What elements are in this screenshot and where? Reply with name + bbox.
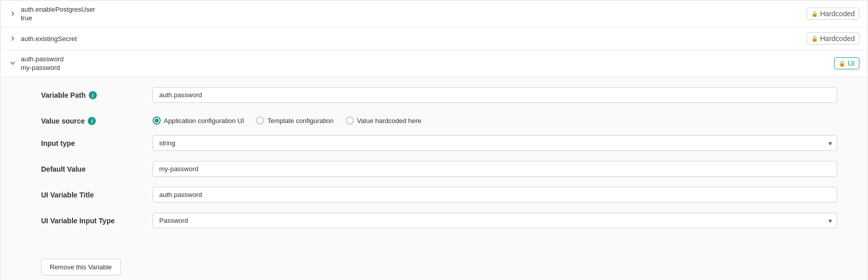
variable-name-group-3: auth.password my-password <box>21 55 64 71</box>
value-source-info-icon[interactable]: i <box>88 117 96 125</box>
detail-row-value-source: Value source i Application configuration… <box>41 113 837 125</box>
variable-detail-password: Variable Path i Value source i <box>1 76 867 249</box>
ui-variable-title-input[interactable] <box>153 187 837 203</box>
variable-row-header-existing-secret[interactable]: auth.existingSecret 🔒 Hardcoded <box>1 27 867 50</box>
radio-circle-template-config <box>256 116 264 125</box>
variable-path-input[interactable] <box>153 87 837 103</box>
input-type-field: string number boolean password <box>153 135 837 151</box>
lock-icon-2: 🔒 <box>811 35 818 42</box>
value-source-label: Value source i <box>41 113 153 125</box>
badge-label-3: UI <box>848 59 855 67</box>
detail-row-variable-path: Variable Path i <box>41 87 837 103</box>
detail-row-default-value: Default Value <box>41 161 837 177</box>
radio-circle-hardcoded <box>346 116 354 125</box>
detail-row-ui-variable-title: UI Variable Title <box>41 187 837 203</box>
radio-circle-app-config <box>153 116 161 125</box>
variable-row-existing-secret: auth.existingSecret 🔒 Hardcoded <box>1 27 867 50</box>
input-type-select-wrapper: string number boolean password <box>153 135 837 151</box>
variable-name-group-2: auth.existingSecret <box>21 35 77 43</box>
radio-label-template-config: Template configuration <box>267 117 334 125</box>
default-value-label: Default Value <box>41 161 153 173</box>
badge-label-1: Hardcoded <box>820 10 855 18</box>
ui-variable-title-field <box>153 187 837 203</box>
badge-label-2: Hardcoded <box>820 34 855 43</box>
radio-label-hardcoded: Value hardcoded here <box>357 117 421 125</box>
hardcoded-badge-2: 🔒 Hardcoded <box>807 32 860 45</box>
detail-row-input-type: Input type string number boolean passwor… <box>41 135 837 151</box>
ui-variable-input-type-select-wrapper: Password String Number Boolean <box>153 213 837 228</box>
radio-label-app-config: Application configuration UI <box>164 117 244 125</box>
variable-name-1: auth.enablePostgresUser <box>21 6 95 13</box>
radio-option-hardcoded[interactable]: Value hardcoded here <box>346 116 421 125</box>
variable-path-label: Variable Path i <box>41 87 153 99</box>
ui-variable-input-type-field: Password String Number Boolean <box>153 213 837 228</box>
radio-option-template-config[interactable]: Template configuration <box>256 116 334 125</box>
variable-row-header-enable-postgres-user[interactable]: auth.enablePostgresUser true 🔒 Hardcoded <box>1 1 867 27</box>
value-source-radio-group: Application configuration UI Template co… <box>153 113 837 125</box>
variable-name-group-1: auth.enablePostgresUser true <box>21 6 95 22</box>
variable-row-password: auth.password my-password 🔒 UI Variable … <box>1 50 867 280</box>
lock-icon-1: 🔒 <box>811 11 818 17</box>
variable-row-header-password[interactable]: auth.password my-password 🔒 UI <box>1 50 867 76</box>
ui-variable-input-type-label: UI Variable Input Type <box>41 213 153 225</box>
remove-variable-button[interactable]: Remove this Variable <box>41 259 121 275</box>
variable-name-3: auth.password <box>21 55 64 63</box>
input-type-select[interactable]: string number boolean password <box>153 135 837 151</box>
default-value-input[interactable] <box>153 161 837 177</box>
ui-variable-title-label: UI Variable Title <box>41 187 153 199</box>
chevron-down-icon-3 <box>9 59 17 67</box>
ui-variable-input-type-select[interactable]: Password String Number Boolean <box>153 213 837 228</box>
value-source-field: Application configuration UI Template co… <box>153 113 837 125</box>
chevron-right-icon-1 <box>9 10 17 18</box>
chevron-right-icon-2 <box>9 34 17 43</box>
ui-badge-3: 🔒 UI <box>834 57 859 69</box>
radio-option-app-config[interactable]: Application configuration UI <box>153 116 244 125</box>
variable-name-2: auth.existingSecret <box>21 35 77 43</box>
lock-icon-3: 🔒 <box>839 60 846 67</box>
variable-value-3: my-password <box>21 64 64 71</box>
remove-section: Remove this Variable <box>1 249 867 280</box>
default-value-field <box>153 161 837 177</box>
variable-path-info-icon[interactable]: i <box>89 91 97 99</box>
detail-row-ui-variable-input-type: UI Variable Input Type Password String N… <box>41 213 837 228</box>
input-type-label: Input type <box>41 135 153 147</box>
variable-value-1: true <box>21 14 95 22</box>
variable-row-enable-postgres-user: auth.enablePostgresUser true 🔒 Hardcoded <box>1 1 867 27</box>
main-container: auth.enablePostgresUser true 🔒 Hardcoded… <box>0 0 868 280</box>
variable-path-field <box>153 87 837 103</box>
hardcoded-badge-1: 🔒 Hardcoded <box>807 8 860 20</box>
